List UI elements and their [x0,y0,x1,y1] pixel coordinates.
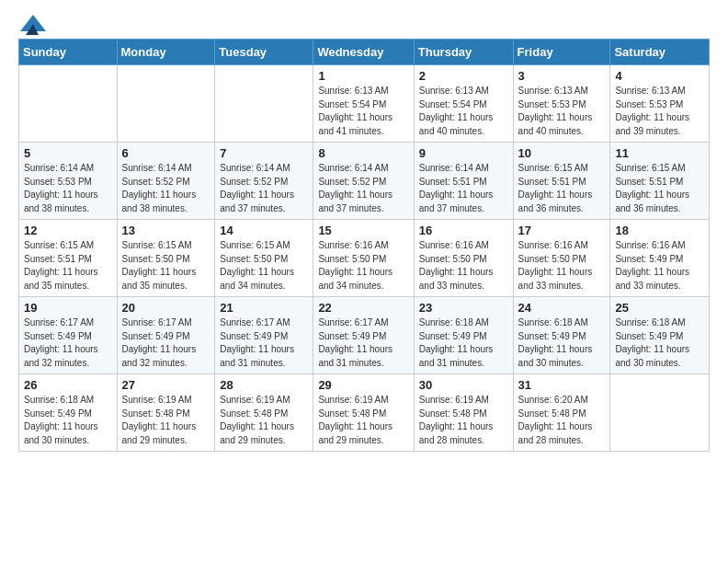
day-info: Sunrise: 6:13 AM Sunset: 5:53 PM Dayligh… [615,85,704,138]
day-number: 15 [318,224,408,237]
day-info: Sunrise: 6:15 AM Sunset: 5:50 PM Dayligh… [122,239,210,293]
day-info: Sunrise: 6:15 AM Sunset: 5:51 PM Dayligh… [518,162,606,215]
day-cell: 11Sunrise: 6:15 AM Sunset: 5:51 PM Dayli… [610,143,710,220]
day-number: 25 [615,301,704,315]
day-cell: 6Sunrise: 6:14 AM Sunset: 5:52 PM Daylig… [117,143,215,220]
day-cell: 18Sunrise: 6:16 AM Sunset: 5:49 PM Dayli… [610,220,710,297]
day-number: 10 [518,146,606,160]
week-row-1: 1Sunrise: 6:13 AM Sunset: 5:54 PM Daylig… [19,65,710,143]
day-number: 7 [220,146,308,160]
day-number: 17 [518,224,606,237]
day-header-wednesday: Wednesday [313,40,414,65]
day-number: 4 [615,69,704,83]
day-cell: 9Sunrise: 6:14 AM Sunset: 5:51 PM Daylig… [414,143,513,220]
day-cell: 23Sunrise: 6:18 AM Sunset: 5:49 PM Dayli… [414,297,513,374]
day-cell: 12Sunrise: 6:15 AM Sunset: 5:51 PM Dayli… [19,220,118,297]
day-info: Sunrise: 6:14 AM Sunset: 5:52 PM Dayligh… [122,162,210,215]
day-number: 26 [24,378,112,392]
day-number: 20 [122,301,210,315]
day-number: 8 [318,146,408,160]
day-number: 11 [615,146,704,160]
day-header-thursday: Thursday [414,40,513,65]
day-number: 16 [419,224,508,237]
day-info: Sunrise: 6:16 AM Sunset: 5:50 PM Dayligh… [518,239,606,293]
week-row-3: 12Sunrise: 6:15 AM Sunset: 5:51 PM Dayli… [19,220,710,297]
day-number: 27 [122,378,210,392]
day-cell [610,374,710,452]
day-info: Sunrise: 6:20 AM Sunset: 5:48 PM Dayligh… [518,394,606,447]
day-cell: 17Sunrise: 6:16 AM Sunset: 5:50 PM Dayli… [513,220,610,297]
day-info: Sunrise: 6:19 AM Sunset: 5:48 PM Dayligh… [318,394,408,447]
calendar-table: SundayMondayTuesdayWednesdayThursdayFrid… [18,39,710,452]
day-number: 24 [518,301,606,315]
day-header-sunday: Sunday [19,40,118,65]
day-cell: 15Sunrise: 6:16 AM Sunset: 5:50 PM Dayli… [313,220,414,297]
day-cell: 30Sunrise: 6:19 AM Sunset: 5:48 PM Dayli… [414,374,513,452]
day-number: 5 [24,146,112,160]
day-cell [117,65,215,143]
day-cell: 2Sunrise: 6:13 AM Sunset: 5:54 PM Daylig… [414,65,513,143]
week-row-5: 26Sunrise: 6:18 AM Sunset: 5:49 PM Dayli… [19,374,710,452]
header [0,0,728,39]
day-number: 12 [24,224,112,237]
day-info: Sunrise: 6:18 AM Sunset: 5:49 PM Dayligh… [24,394,112,447]
day-number: 30 [419,378,508,392]
day-cell: 26Sunrise: 6:18 AM Sunset: 5:49 PM Dayli… [19,374,118,452]
day-number: 22 [318,301,408,315]
day-info: Sunrise: 6:14 AM Sunset: 5:52 PM Dayligh… [220,162,308,215]
day-info: Sunrise: 6:16 AM Sunset: 5:49 PM Dayligh… [615,239,704,293]
day-number: 19 [24,301,112,315]
day-cell: 16Sunrise: 6:16 AM Sunset: 5:50 PM Dayli… [414,220,513,297]
day-number: 13 [122,224,210,237]
day-info: Sunrise: 6:15 AM Sunset: 5:51 PM Dayligh… [615,162,704,215]
day-info: Sunrise: 6:16 AM Sunset: 5:50 PM Dayligh… [318,239,408,293]
day-header-monday: Monday [117,40,215,65]
day-cell [19,65,118,143]
day-cell: 5Sunrise: 6:14 AM Sunset: 5:53 PM Daylig… [19,143,118,220]
day-cell: 4Sunrise: 6:13 AM Sunset: 5:53 PM Daylig… [610,65,710,143]
day-header-tuesday: Tuesday [215,40,313,65]
day-cell: 24Sunrise: 6:18 AM Sunset: 5:49 PM Dayli… [513,297,610,374]
day-cell: 29Sunrise: 6:19 AM Sunset: 5:48 PM Dayli… [313,374,414,452]
day-number: 31 [518,378,606,392]
day-number: 18 [615,224,704,237]
day-cell: 13Sunrise: 6:15 AM Sunset: 5:50 PM Dayli… [117,220,215,297]
day-number: 23 [419,301,508,315]
day-cell: 28Sunrise: 6:19 AM Sunset: 5:48 PM Dayli… [215,374,313,452]
day-cell: 14Sunrise: 6:15 AM Sunset: 5:50 PM Dayli… [215,220,313,297]
day-cell: 22Sunrise: 6:17 AM Sunset: 5:49 PM Dayli… [313,297,414,374]
calendar-wrap: SundayMondayTuesdayWednesdayThursdayFrid… [0,39,728,461]
logo [18,15,46,31]
day-info: Sunrise: 6:17 AM Sunset: 5:49 PM Dayligh… [24,316,112,370]
day-info: Sunrise: 6:15 AM Sunset: 5:51 PM Dayligh… [24,239,112,293]
day-number: 14 [220,224,308,237]
day-info: Sunrise: 6:17 AM Sunset: 5:49 PM Dayligh… [122,316,210,370]
day-number: 1 [318,69,408,83]
week-row-2: 5Sunrise: 6:14 AM Sunset: 5:53 PM Daylig… [19,143,710,220]
day-header-saturday: Saturday [610,40,710,65]
day-info: Sunrise: 6:17 AM Sunset: 5:49 PM Dayligh… [220,316,308,370]
day-info: Sunrise: 6:13 AM Sunset: 5:54 PM Dayligh… [318,85,408,138]
day-number: 28 [220,378,308,392]
day-info: Sunrise: 6:19 AM Sunset: 5:48 PM Dayligh… [122,394,210,447]
page-container: SundayMondayTuesdayWednesdayThursdayFrid… [0,0,728,461]
week-row-4: 19Sunrise: 6:17 AM Sunset: 5:49 PM Dayli… [19,297,710,374]
day-cell: 3Sunrise: 6:13 AM Sunset: 5:53 PM Daylig… [513,65,610,143]
day-info: Sunrise: 6:14 AM Sunset: 5:53 PM Dayligh… [24,162,112,215]
day-info: Sunrise: 6:13 AM Sunset: 5:54 PM Dayligh… [419,85,508,138]
day-number: 2 [419,69,508,83]
day-info: Sunrise: 6:13 AM Sunset: 5:53 PM Dayligh… [518,85,606,138]
day-number: 6 [122,146,210,160]
day-cell: 31Sunrise: 6:20 AM Sunset: 5:48 PM Dayli… [513,374,610,452]
day-info: Sunrise: 6:18 AM Sunset: 5:49 PM Dayligh… [419,316,508,370]
day-cell [215,65,313,143]
day-info: Sunrise: 6:14 AM Sunset: 5:51 PM Dayligh… [419,162,508,215]
day-info: Sunrise: 6:14 AM Sunset: 5:52 PM Dayligh… [318,162,408,215]
day-cell: 25Sunrise: 6:18 AM Sunset: 5:49 PM Dayli… [610,297,710,374]
day-info: Sunrise: 6:16 AM Sunset: 5:50 PM Dayligh… [419,239,508,293]
day-info: Sunrise: 6:15 AM Sunset: 5:50 PM Dayligh… [220,239,308,293]
day-cell: 8Sunrise: 6:14 AM Sunset: 5:52 PM Daylig… [313,143,414,220]
day-info: Sunrise: 6:18 AM Sunset: 5:49 PM Dayligh… [615,316,704,370]
day-cell: 21Sunrise: 6:17 AM Sunset: 5:49 PM Dayli… [215,297,313,374]
day-cell: 10Sunrise: 6:15 AM Sunset: 5:51 PM Dayli… [513,143,610,220]
